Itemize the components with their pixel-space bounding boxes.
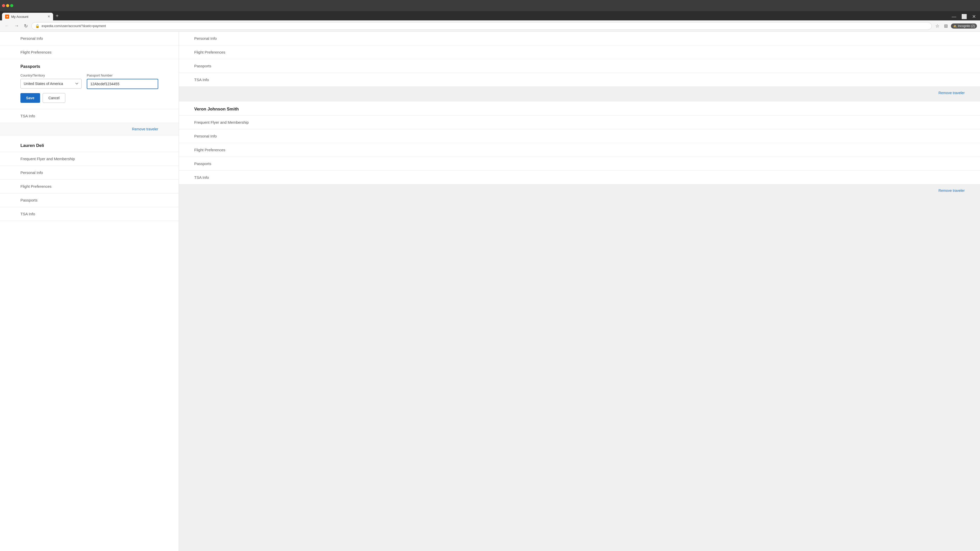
back-button[interactable]: ←	[3, 22, 11, 30]
right-panel: Personal Info Flight Preferences Passpor…	[179, 32, 980, 551]
nav-actions: ☆ ⊞ 🕵 Incognito (2)	[934, 22, 977, 30]
veron-name: Veron Johnson Smith	[179, 102, 980, 116]
right-personal-info-item[interactable]: Personal Info	[179, 32, 980, 45]
flight-preferences-item[interactable]: Flight Preferences	[0, 45, 179, 59]
passport-number-input[interactable]	[87, 79, 158, 89]
lauren-tsa-info-item[interactable]: TSA Info	[0, 207, 179, 221]
lauren-deli-section: Lauren Deli Frequent Flyer and Membershi…	[0, 138, 179, 221]
veron-flight-prefs-item[interactable]: Flight Preferences	[179, 143, 980, 157]
right-remove-traveler-link-1[interactable]: Remove traveler	[939, 91, 965, 95]
lauren-flight-prefs-item[interactable]: Flight Preferences	[0, 179, 179, 193]
reload-button[interactable]: ↻	[22, 22, 29, 30]
tab-favicon: ✈	[5, 14, 9, 19]
right-remove-traveler-row-1: Remove traveler	[179, 87, 980, 99]
country-select[interactable]: United States of America	[21, 79, 82, 89]
bookmark-button[interactable]: ☆	[934, 22, 941, 30]
sidebar-toggle-button[interactable]: ⊞	[942, 22, 950, 30]
veron-personal-info-item[interactable]: Personal Info	[179, 129, 980, 143]
right-card-1: Personal Info Flight Preferences Passpor…	[179, 32, 980, 87]
tab-bar: ✈ My Account × + — ⬜ ✕	[0, 11, 980, 21]
lauren-passports-item[interactable]: Passports	[0, 193, 179, 207]
passports-section: Passports Country/Territory United State…	[0, 59, 179, 109]
remove-traveler-link[interactable]: Remove traveler	[132, 127, 158, 131]
passports-title: Passports	[21, 64, 158, 69]
left-panel: Personal Info Flight Preferences Passpor…	[0, 32, 179, 551]
address-bar[interactable]: 🔒 expedia.com/user/account/?&selc=paymen…	[32, 22, 932, 30]
veron-johnson-smith-section: Veron Johnson Smith Frequent Flyer and M…	[179, 102, 980, 184]
right-passports-item[interactable]: Passports	[179, 59, 980, 73]
passport-form-row: Country/Territory United States of Ameri…	[21, 73, 158, 89]
lauren-frequent-flyer-item[interactable]: Frequent Flyer and Membership	[0, 152, 179, 166]
right-flight-prefs-item[interactable]: Flight Preferences	[179, 45, 980, 59]
close-window-button[interactable]: ✕	[970, 13, 978, 21]
passport-number-label: Passport Number	[87, 73, 158, 77]
save-button[interactable]: Save	[21, 93, 40, 103]
remove-traveler-row: Remove traveler	[0, 123, 179, 135]
maximize-button[interactable]: ⬜	[959, 13, 969, 21]
tab-close-button[interactable]: ×	[48, 14, 50, 19]
minimize-button[interactable]: —	[950, 13, 958, 21]
passport-number-form-group: Passport Number	[87, 73, 158, 89]
incognito-label: Incognito (2)	[958, 24, 975, 28]
lauren-deli-name: Lauren Deli	[0, 138, 179, 152]
cancel-button[interactable]: Cancel	[43, 93, 65, 103]
lauren-personal-info-item[interactable]: Personal Info	[0, 166, 179, 179]
country-label: Country/Territory	[21, 73, 82, 77]
right-remove-traveler-link-2[interactable]: Remove traveler	[939, 189, 965, 192]
passport-action-buttons: Save Cancel	[21, 93, 158, 103]
tsa-info-item[interactable]: TSA Info	[0, 109, 179, 123]
veron-passports-item[interactable]: Passports	[179, 157, 980, 171]
url-text: expedia.com/user/account/?&selc=payment	[41, 24, 928, 28]
personal-info-item[interactable]: Personal Info	[0, 32, 179, 45]
forward-button[interactable]: →	[13, 22, 21, 30]
new-tab-button[interactable]: +	[54, 12, 61, 20]
tab-title: My Account	[11, 15, 46, 19]
veron-frequent-flyer-item[interactable]: Frequent Flyer and Membership	[179, 116, 980, 129]
active-tab[interactable]: ✈ My Account ×	[2, 13, 53, 21]
window-controls: — ⬜ ✕	[950, 13, 978, 21]
navigation-bar: ← → ↻ 🔒 expedia.com/user/account/?&selc=…	[0, 21, 980, 32]
page-content: Personal Info Flight Preferences Passpor…	[0, 32, 980, 551]
right-remove-traveler-row-2: Remove traveler	[179, 184, 980, 197]
country-form-group: Country/Territory United States of Ameri…	[21, 73, 82, 89]
incognito-badge: 🕵 Incognito (2)	[951, 24, 977, 29]
browser-chrome	[0, 0, 980, 11]
veron-tsa-info-item[interactable]: TSA Info	[179, 171, 980, 184]
right-tsa-info-item[interactable]: TSA Info	[179, 73, 980, 87]
